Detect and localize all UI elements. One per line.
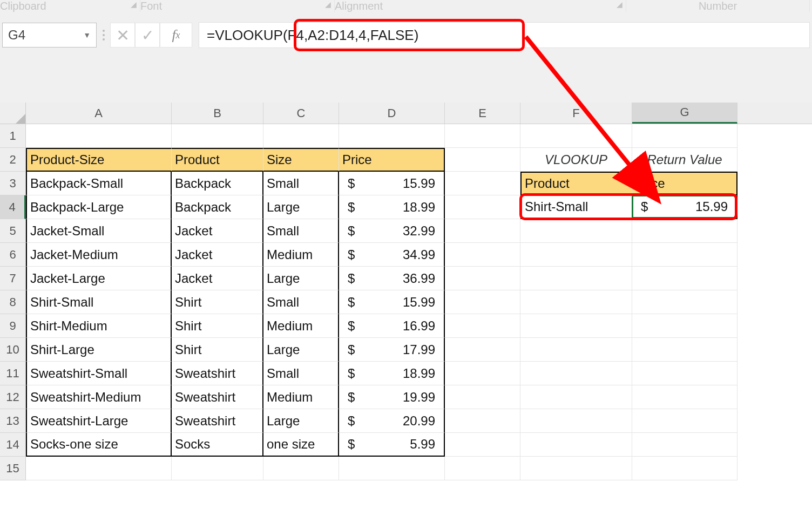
dialog-launcher-icon[interactable]: ◢ xyxy=(617,0,626,9)
cell-G15[interactable] xyxy=(632,457,737,480)
col-header-A[interactable]: A xyxy=(26,103,172,124)
row-header-3[interactable]: 3 xyxy=(0,172,26,195)
cell-A14[interactable]: Socks-one size xyxy=(26,433,172,457)
formula-input[interactable]: =VLOOKUP(F4,A2:D14,4,FALSE) xyxy=(199,22,810,48)
cell-B4[interactable]: Backpack xyxy=(172,195,263,219)
cell-C4[interactable]: Large xyxy=(263,195,339,219)
cell-E3[interactable] xyxy=(445,172,520,195)
cell-D10[interactable]: $17.99 xyxy=(339,338,445,362)
cell-B5[interactable]: Jacket xyxy=(172,219,263,243)
select-all-corner[interactable] xyxy=(0,103,26,124)
cell-B6[interactable]: Jacket xyxy=(172,243,263,267)
cell-G8[interactable] xyxy=(632,290,737,314)
cell-D11[interactable]: $18.99 xyxy=(339,362,445,385)
cell-F8[interactable] xyxy=(520,290,632,314)
col-header-G[interactable]: G xyxy=(632,103,737,124)
cell-F1[interactable] xyxy=(520,124,632,148)
cell-A5[interactable]: Jacket-Small xyxy=(26,219,172,243)
col-header-B[interactable]: B xyxy=(172,103,263,124)
cell-E7[interactable] xyxy=(445,267,520,290)
cell-D9[interactable]: $16.99 xyxy=(339,314,445,338)
row-header-9[interactable]: 9 xyxy=(0,314,26,338)
cell-D13[interactable]: $20.99 xyxy=(339,409,445,433)
cell-D14[interactable]: $5.99 xyxy=(339,433,445,457)
lookup-value[interactable]: Shirt-Small xyxy=(520,195,632,219)
cell-F14[interactable] xyxy=(520,433,632,457)
cell-C5[interactable]: Small xyxy=(263,219,339,243)
cell-E14[interactable] xyxy=(445,433,520,457)
cell-B13[interactable]: Sweatshirt xyxy=(172,409,263,433)
cell-B8[interactable]: Shirt xyxy=(172,290,263,314)
cell-C3[interactable]: Small xyxy=(263,172,339,195)
lookup-header-price[interactable]: Price xyxy=(632,172,737,195)
cell-F5[interactable] xyxy=(520,219,632,243)
cell-C14[interactable]: one size xyxy=(263,433,339,457)
cell-B12[interactable]: Sweatshirt xyxy=(172,385,263,409)
cell-E2[interactable] xyxy=(445,148,520,172)
cell-D7[interactable]: $36.99 xyxy=(339,267,445,290)
cell-D1[interactable] xyxy=(339,124,445,148)
cell-A1[interactable] xyxy=(26,124,172,148)
cell-B14[interactable]: Socks xyxy=(172,433,263,457)
cell-G7[interactable] xyxy=(632,267,737,290)
cell-F6[interactable] xyxy=(520,243,632,267)
header-product-size[interactable]: Product-Size xyxy=(26,148,172,172)
row-header-5[interactable]: 5 xyxy=(0,219,26,243)
lookup-result[interactable]: $15.99 xyxy=(632,195,737,219)
row-header-15[interactable]: 15 xyxy=(0,457,26,480)
lookup-header-product[interactable]: Product xyxy=(520,172,632,195)
cell-C9[interactable]: Medium xyxy=(263,314,339,338)
cell-E12[interactable] xyxy=(445,385,520,409)
cell-B9[interactable]: Shirt xyxy=(172,314,263,338)
row-header-8[interactable]: 8 xyxy=(0,290,26,314)
cell-D6[interactable]: $34.99 xyxy=(339,243,445,267)
col-header-D[interactable]: D xyxy=(339,103,445,124)
cell-E15[interactable] xyxy=(445,457,520,480)
cell-B11[interactable]: Sweatshirt xyxy=(172,362,263,385)
cell-A9[interactable]: Shirt-Medium xyxy=(26,314,172,338)
cell-E1[interactable] xyxy=(445,124,520,148)
label-vlookup[interactable]: VLOOKUP xyxy=(520,148,632,172)
label-return-value[interactable]: Return Value xyxy=(632,148,737,172)
row-header-7[interactable]: 7 xyxy=(0,267,26,290)
cell-A3[interactable]: Backpack-Small xyxy=(26,172,172,195)
cell-G13[interactable] xyxy=(632,409,737,433)
chevron-down-icon[interactable]: ▼ xyxy=(83,31,91,39)
cell-C15[interactable] xyxy=(263,457,339,480)
cell-G9[interactable] xyxy=(632,314,737,338)
cell-F10[interactable] xyxy=(520,338,632,362)
dialog-launcher-icon[interactable]: ◢ xyxy=(325,0,334,9)
cell-B3[interactable]: Backpack xyxy=(172,172,263,195)
row-header-4[interactable]: 4 xyxy=(0,195,26,219)
cell-A15[interactable] xyxy=(26,457,172,480)
cell-F12[interactable] xyxy=(520,385,632,409)
cell-E8[interactable] xyxy=(445,290,520,314)
cell-D5[interactable]: $32.99 xyxy=(339,219,445,243)
cell-C11[interactable]: Small xyxy=(263,362,339,385)
cell-A10[interactable]: Shirt-Large xyxy=(26,338,172,362)
cell-F7[interactable] xyxy=(520,267,632,290)
name-box[interactable]: G4 ▼ xyxy=(2,23,97,47)
cell-F9[interactable] xyxy=(520,314,632,338)
col-header-E[interactable]: E xyxy=(445,103,520,124)
cell-E5[interactable] xyxy=(445,219,520,243)
dialog-launcher-icon[interactable]: ◢ xyxy=(131,0,140,9)
cell-F11[interactable] xyxy=(520,362,632,385)
cell-D12[interactable]: $19.99 xyxy=(339,385,445,409)
row-header-2[interactable]: 2 xyxy=(0,148,26,172)
cell-C6[interactable]: Medium xyxy=(263,243,339,267)
cell-G11[interactable] xyxy=(632,362,737,385)
cell-C7[interactable]: Large xyxy=(263,267,339,290)
row-header-12[interactable]: 12 xyxy=(0,385,26,409)
row-header-11[interactable]: 11 xyxy=(0,362,26,385)
header-size[interactable]: Size xyxy=(263,148,339,172)
row-header-6[interactable]: 6 xyxy=(0,243,26,267)
row-header-1[interactable]: 1 xyxy=(0,124,26,148)
cell-F15[interactable] xyxy=(520,457,632,480)
col-header-C[interactable]: C xyxy=(263,103,339,124)
cell-C12[interactable]: Medium xyxy=(263,385,339,409)
cell-B10[interactable]: Shirt xyxy=(172,338,263,362)
enter-formula-button[interactable]: ✓ xyxy=(135,23,160,47)
cell-F13[interactable] xyxy=(520,409,632,433)
row-header-14[interactable]: 14 xyxy=(0,433,26,457)
